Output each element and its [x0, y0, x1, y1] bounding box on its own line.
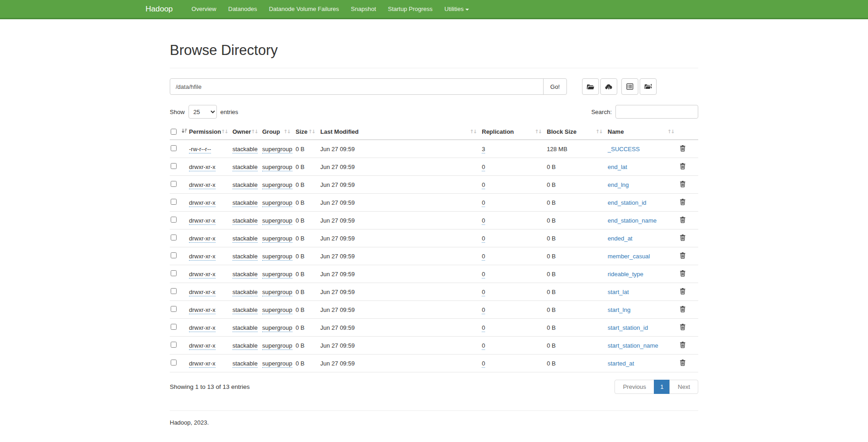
cut-paste-button[interactable]	[621, 78, 638, 95]
group-value[interactable]: supergroup	[262, 360, 292, 368]
permission-value[interactable]: drwxr-xr-x	[189, 164, 216, 171]
permission-value[interactable]: drwxr-xr-x	[189, 271, 216, 278]
permission-value[interactable]: -rw-r--r--	[189, 146, 211, 153]
replication-value[interactable]: 0	[482, 342, 485, 350]
delete-button[interactable]	[679, 163, 686, 171]
replication-value[interactable]: 0	[482, 253, 485, 261]
group-value[interactable]: supergroup	[262, 342, 292, 350]
delete-button[interactable]	[679, 341, 686, 349]
delete-button[interactable]	[679, 234, 686, 242]
file-name-link[interactable]: _SUCCESS	[608, 146, 640, 153]
owner-value[interactable]: stackable	[232, 289, 258, 296]
file-name-link[interactable]: start_lng	[608, 306, 631, 313]
delete-button[interactable]	[679, 216, 686, 224]
group-value[interactable]: supergroup	[262, 199, 292, 207]
replication-value[interactable]: 0	[482, 271, 485, 278]
file-name-link[interactable]: ended_at	[608, 235, 632, 242]
permission-value[interactable]: drwxr-xr-x	[189, 253, 216, 261]
file-name-link[interactable]: end_station_name	[608, 217, 657, 224]
permission-value[interactable]: drwxr-xr-x	[189, 324, 216, 332]
row-checkbox[interactable]	[171, 252, 177, 258]
directory-path-input[interactable]	[170, 78, 544, 95]
row-checkbox[interactable]	[171, 360, 177, 366]
replication-value[interactable]: 0	[482, 324, 485, 332]
group-value[interactable]: supergroup	[262, 289, 292, 296]
column-header-last-modified[interactable]: Last Modified↑↓	[319, 126, 481, 140]
permission-value[interactable]: drwxr-xr-x	[189, 306, 216, 314]
file-name-link[interactable]: started_at	[608, 360, 634, 367]
delete-button[interactable]	[679, 180, 686, 189]
next-page-button[interactable]: Next	[669, 380, 698, 394]
row-checkbox[interactable]	[171, 288, 177, 294]
go-button[interactable]: Go!	[543, 78, 567, 95]
sort-both-icon[interactable]: ↑↓	[284, 129, 290, 135]
delete-button[interactable]	[679, 270, 686, 278]
permission-value[interactable]: drwxr-xr-x	[189, 217, 216, 225]
owner-value[interactable]: stackable	[232, 306, 258, 314]
column-header-replication[interactable]: Replication↑↓	[481, 126, 546, 140]
permission-value[interactable]: drwxr-xr-x	[189, 360, 216, 368]
owner-value[interactable]: stackable	[232, 342, 258, 350]
nav-link-datanode-volume-failures[interactable]: Datanode Volume Failures	[263, 0, 345, 18]
file-name-link[interactable]: start_lat	[608, 289, 629, 295]
page-length-select[interactable]: 25	[189, 105, 217, 119]
replication-value[interactable]: 0	[482, 289, 485, 296]
column-header-permission[interactable]: Permission↑↓	[188, 126, 232, 140]
replication-value[interactable]: 3	[482, 146, 485, 153]
group-value[interactable]: supergroup	[262, 235, 292, 243]
group-value[interactable]: supergroup	[262, 181, 292, 189]
row-checkbox[interactable]	[171, 163, 177, 169]
row-checkbox[interactable]	[171, 306, 177, 312]
file-name-link[interactable]: member_casual	[608, 253, 650, 260]
permission-value[interactable]: drwxr-xr-x	[189, 289, 216, 296]
replication-value[interactable]: 0	[482, 164, 485, 171]
owner-value[interactable]: stackable	[232, 146, 258, 153]
row-checkbox[interactable]	[171, 199, 177, 205]
delete-button[interactable]	[679, 198, 686, 207]
file-name-link[interactable]: end_lng	[608, 181, 629, 188]
navbar-brand[interactable]: Hadoop	[146, 5, 173, 14]
group-value[interactable]: supergroup	[262, 146, 292, 153]
column-header-size[interactable]: Size↑↓	[295, 126, 319, 140]
sort-both-icon[interactable]: ↑↓	[251, 129, 257, 135]
row-checkbox[interactable]	[171, 145, 177, 151]
nav-link-overview[interactable]: Overview	[186, 0, 222, 18]
permission-value[interactable]: drwxr-xr-x	[189, 342, 216, 350]
owner-value[interactable]: stackable	[232, 199, 258, 207]
delete-button[interactable]	[679, 306, 686, 314]
file-name-link[interactable]: start_station_name	[608, 342, 658, 349]
page-1-button[interactable]: 1	[654, 380, 670, 394]
row-checkbox[interactable]	[171, 181, 177, 187]
sort-both-icon[interactable]: ↑↓	[668, 129, 674, 135]
group-value[interactable]: supergroup	[262, 164, 292, 171]
row-checkbox[interactable]	[171, 342, 177, 348]
file-name-link[interactable]: start_station_id	[608, 324, 648, 331]
previous-page-button[interactable]: Previous	[615, 380, 654, 394]
row-checkbox[interactable]	[171, 270, 177, 276]
owner-value[interactable]: stackable	[232, 271, 258, 278]
move-to-trash-toggle-button[interactable]	[640, 78, 657, 95]
group-value[interactable]: supergroup	[262, 271, 292, 278]
delete-button[interactable]	[679, 252, 686, 260]
sort-both-icon[interactable]: ↑↓	[308, 129, 315, 135]
replication-value[interactable]: 0	[482, 199, 485, 207]
sort-descending-icon[interactable]	[182, 128, 187, 135]
row-checkbox[interactable]	[171, 217, 177, 223]
owner-value[interactable]: stackable	[232, 235, 258, 243]
row-checkbox[interactable]	[171, 324, 177, 330]
file-name-link[interactable]: end_lat	[608, 164, 627, 170]
select-all-header[interactable]	[170, 126, 188, 140]
column-header-group[interactable]: Group↑↓	[261, 126, 295, 140]
replication-value[interactable]: 0	[482, 306, 485, 314]
column-header-owner[interactable]: Owner↑↓	[232, 126, 261, 140]
owner-value[interactable]: stackable	[232, 217, 258, 225]
column-header-block-size[interactable]: Block Size↑↓	[546, 126, 607, 140]
replication-value[interactable]: 0	[482, 181, 485, 189]
upload-files-button[interactable]	[600, 78, 617, 95]
group-value[interactable]: supergroup	[262, 306, 292, 314]
owner-value[interactable]: stackable	[232, 164, 258, 171]
search-input[interactable]	[615, 105, 698, 119]
nav-link-utilities-dropdown[interactable]: Utilities	[438, 0, 475, 18]
delete-button[interactable]	[679, 323, 686, 332]
replication-value[interactable]: 0	[482, 217, 485, 225]
